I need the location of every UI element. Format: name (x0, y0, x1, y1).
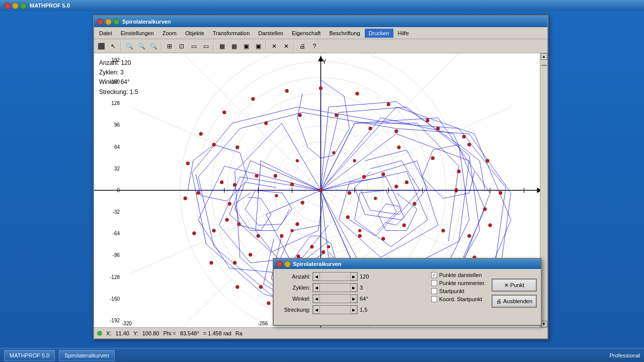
zyklen-track[interactable] (320, 284, 350, 292)
svg-point-102 (275, 194, 278, 197)
close-btn-outer[interactable] (4, 3, 11, 9)
scroll-track (541, 60, 547, 321)
status-ra-label: Ra (235, 330, 243, 336)
svg-point-65 (335, 113, 338, 117)
param-row-winkel: Winkel: ◀ ▶ 64° (278, 294, 424, 303)
outer-window-title: MATHPROF 5.0 (30, 3, 70, 9)
zyklen-decrease[interactable]: ◀ (313, 284, 320, 292)
param-slider-zyklen[interactable]: ◀ ▶ (312, 283, 358, 292)
menu-beschriftung[interactable]: Beschriftung (325, 29, 364, 38)
svg-point-46 (222, 111, 226, 114)
param-slider-streckung[interactable]: ◀ ▶ (312, 305, 358, 314)
menu-datei[interactable]: Datei (95, 29, 116, 38)
toolbar-tbl-btn[interactable]: ▦ (216, 41, 227, 52)
toolbar-box2-btn[interactable]: ▭ (200, 41, 211, 52)
svg-point-101 (290, 229, 293, 232)
param-slider-winkel[interactable]: ◀ ▶ (312, 294, 358, 303)
menu-einstellungen[interactable]: Einstellungen (117, 29, 158, 38)
cb-label-punkte-darstellen: Punkte darstellen (439, 272, 482, 278)
toolbar-cross-btn[interactable]: ✕ (269, 41, 280, 52)
toolbar-zoom-out-btn[interactable]: 🔍 (124, 41, 135, 52)
winkel-value: 64° (121, 78, 130, 85)
menu-transformation[interactable]: Transformation (209, 29, 254, 38)
svg-point-86 (274, 174, 277, 177)
toolbar-axes-btn[interactable]: ⊡ (176, 41, 187, 52)
toolbar-mode-btn[interactable]: ⬛ (96, 41, 107, 52)
scroll-thumb[interactable] (541, 65, 547, 66)
toolbar-zoom-in-btn[interactable]: 🔍 (136, 41, 147, 52)
anzahl-decrease[interactable]: ◀ (313, 273, 320, 281)
toolbar-frame2-btn[interactable]: ▣ (253, 41, 264, 52)
streckung-decrease[interactable]: ◀ (313, 306, 320, 314)
param-value-zyklen: 3 (360, 285, 375, 291)
svg-point-87 (255, 174, 258, 177)
menubar: Datei Einstellungen Zoom Objekte Transfo… (94, 27, 547, 39)
param-label-zyklen: Zyklen: (278, 285, 310, 291)
svg-point-80 (237, 222, 240, 226)
menu-hilfe[interactable]: Hilfe (394, 29, 413, 38)
svg-point-112 (212, 143, 216, 146)
toolbar-zoom-fit-btn[interactable]: 🔍 (148, 41, 159, 52)
minimize-btn-outer[interactable] (12, 3, 19, 9)
streckung-track[interactable] (320, 306, 350, 314)
svg-point-98 (374, 197, 377, 200)
maximize-btn-outer[interactable] (20, 3, 27, 9)
svg-point-39 (267, 301, 270, 305)
svg-point-50 (355, 92, 359, 95)
streckung-increase[interactable]: ▶ (350, 306, 357, 314)
menu-eigenschaft[interactable]: Eigenschaft (288, 29, 325, 38)
toolbar-grid-btn[interactable]: ⊞ (164, 41, 175, 52)
params-dialog-title: Spirolateralkurven (293, 261, 342, 267)
menu-drucken[interactable]: Drucken (365, 29, 393, 38)
winkel-track[interactable] (320, 295, 350, 303)
close-btn-inner[interactable] (97, 19, 104, 25)
status-y-value: 100.80 (142, 330, 159, 336)
svg-point-82 (280, 234, 283, 238)
taskbar-mathprof[interactable]: MATHPROF 5.0 (4, 350, 55, 361)
param-slider-anzahl[interactable]: ◀ ▶ (312, 272, 358, 281)
minimize-btn-inner[interactable] (105, 19, 112, 25)
toolbar-tbl2-btn[interactable]: ▦ (228, 41, 239, 52)
cb-punkte-darstellen[interactable] (431, 272, 437, 278)
taskbar-spirolateral[interactable]: Spirolateralkurven (59, 350, 115, 361)
menu-darstellen[interactable]: Darstellen (254, 29, 287, 38)
scroll-up-arrow[interactable]: ▲ (541, 53, 547, 60)
menu-zoom[interactable]: Zoom (158, 29, 181, 38)
punkt-button[interactable]: ✕ Punkt (492, 279, 537, 292)
toolbar-frame1-btn[interactable]: ▣ (240, 41, 252, 52)
ausblenden-button[interactable]: 🖨 Ausblenden (492, 295, 537, 308)
zyklen-increase[interactable]: ▶ (350, 284, 357, 292)
streckung-label: Streckung: (99, 88, 128, 96)
toolbar-box1-btn[interactable]: ▭ (188, 41, 199, 52)
svg-point-71 (381, 237, 385, 240)
cb-koord-startpunkt[interactable] (431, 296, 437, 302)
params-close-btn[interactable] (276, 261, 283, 267)
toolbar-x-btn[interactable]: ✕ (281, 41, 292, 52)
toolbar-help-btn[interactable]: ? (309, 41, 320, 52)
anzahl-increase[interactable]: ▶ (350, 273, 357, 281)
svg-point-83 (295, 222, 299, 226)
winkel-increase[interactable]: ▶ (350, 295, 357, 303)
cb-punkte-nummerier[interactable] (431, 280, 437, 286)
ausblenden-icon: 🖨 (496, 298, 502, 304)
toolbar-cursor-btn[interactable]: ↖ (108, 41, 119, 52)
svg-point-84 (301, 201, 304, 204)
svg-point-28 (426, 119, 429, 122)
toolbar: ⬛ ↖ 🔍 🔍 🔍 ⊞ ⊡ ▭ ▭ ▦ ▦ ▣ ▣ ✕ ✕ 🖨 ? (94, 39, 547, 53)
param-value-streckung: 1,5 (360, 307, 375, 313)
maximize-btn-inner[interactable] (113, 19, 120, 25)
svg-point-104 (332, 151, 335, 154)
svg-point-76 (381, 172, 385, 176)
svg-point-48 (285, 89, 289, 93)
toolbar-print-btn[interactable]: 🖨 (297, 41, 308, 52)
svg-point-60 (225, 218, 228, 222)
menu-objekte[interactable]: Objekte (181, 29, 208, 38)
anzahl-track[interactable] (320, 273, 350, 281)
cb-startpunkt[interactable] (431, 288, 437, 294)
punkt-icon: ✕ (504, 282, 509, 289)
params-min-btn[interactable] (284, 261, 291, 267)
svg-point-75 (362, 175, 366, 178)
winkel-decrease[interactable]: ◀ (313, 295, 320, 303)
toolbar-sep-1 (121, 41, 122, 51)
punkt-label: Punkt (510, 282, 524, 288)
